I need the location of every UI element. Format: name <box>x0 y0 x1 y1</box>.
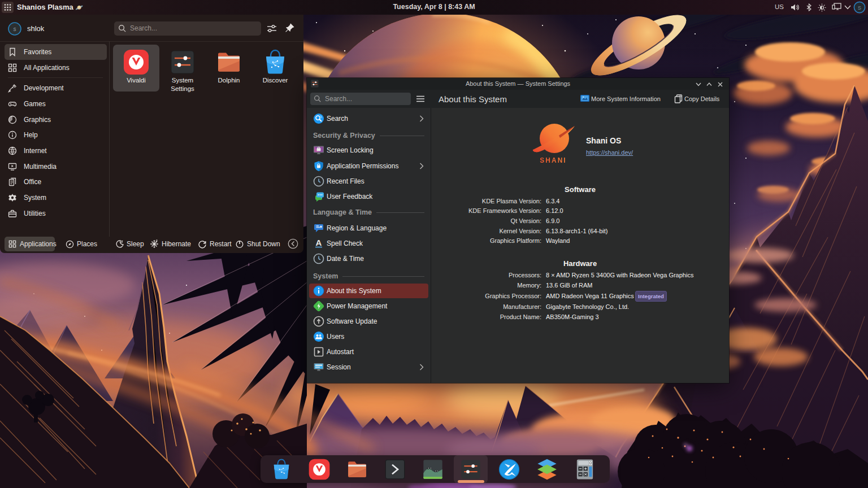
svg-text:A: A <box>316 238 322 247</box>
svg-text:0: 0 <box>589 461 592 465</box>
svg-text:s: s <box>14 26 16 32</box>
svg-text:S: S <box>858 5 861 11</box>
